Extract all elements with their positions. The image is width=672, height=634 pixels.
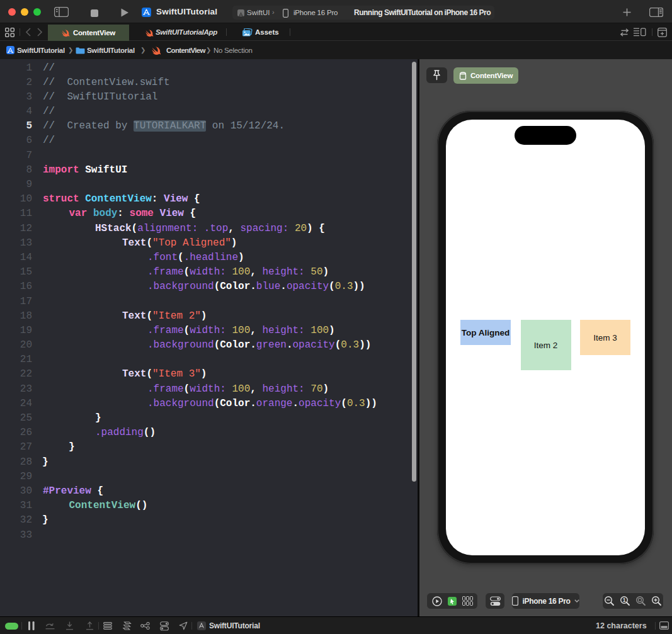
svg-text:1: 1 xyxy=(623,597,626,603)
